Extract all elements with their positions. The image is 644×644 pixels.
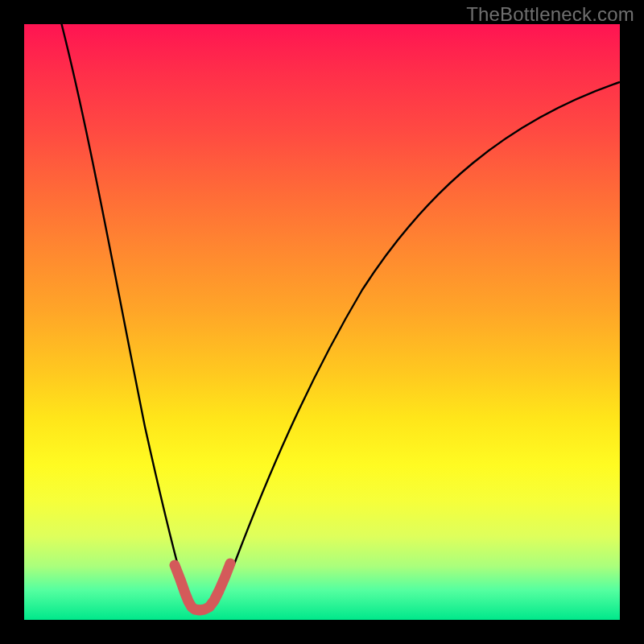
chart-frame: TheBottleneck.com — [0, 0, 644, 644]
bottleneck-curve — [60, 24, 620, 610]
marker-overlay — [175, 564, 230, 610]
bottleneck-curve-plot — [24, 24, 620, 620]
watermark-text: TheBottleneck.com — [466, 3, 634, 26]
